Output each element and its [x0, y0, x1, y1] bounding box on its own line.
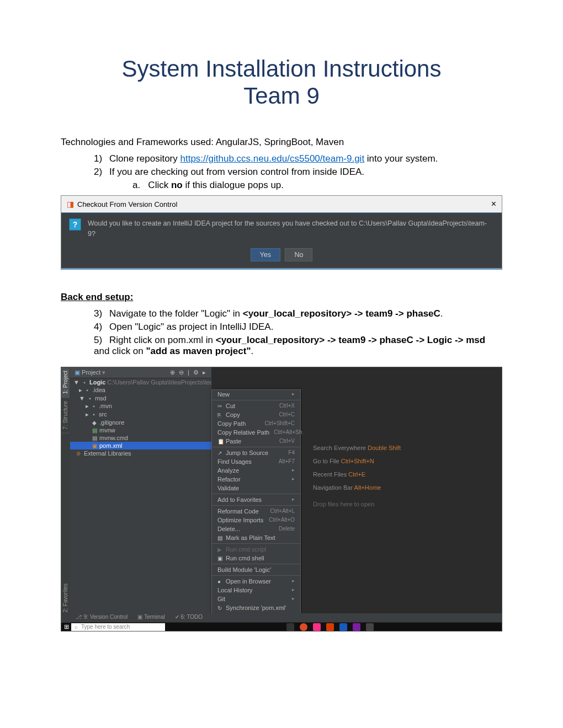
- taskbar-search[interactable]: ⌕Type here to search: [71, 623, 165, 631]
- menu-icon: ⎘: [217, 412, 224, 418]
- menu-icon: ▣: [217, 555, 224, 561]
- menu-item[interactable]: Refactor▸: [212, 475, 300, 484]
- tech-line: Technologies and Frameworks used: Angula…: [61, 137, 502, 148]
- tree-mvnw[interactable]: ▤mvnw: [70, 426, 211, 434]
- taskbar-app-icon[interactable]: [286, 623, 294, 631]
- tree-pom[interactable]: ▣pom.xml: [70, 442, 211, 449]
- menu-item: ▶Run cmd script: [212, 545, 300, 554]
- menu-item[interactable]: Build Module 'Logic': [212, 565, 300, 574]
- menu-item[interactable]: ↻Synchronize 'pom.xml': [212, 603, 300, 612]
- folder-icon: ▪: [91, 411, 97, 417]
- question-icon: ?: [69, 218, 81, 231]
- rail-tab-structure[interactable]: 7: Structure: [61, 398, 70, 433]
- doc-title: System Installation Instructions: [61, 55, 502, 83]
- menu-item[interactable]: Find UsagesAlt+F7: [212, 457, 300, 466]
- menu-item[interactable]: Analyze▸: [212, 466, 300, 475]
- gitignore-icon: ◆: [91, 420, 98, 426]
- menu-item[interactable]: ✂CutCtrl+X: [212, 402, 300, 410]
- menu-item[interactable]: New▸: [212, 390, 300, 399]
- menu-item[interactable]: ⎘CopyCtrl+C: [212, 410, 300, 419]
- backend-heading: Back end setup:: [61, 292, 502, 303]
- tree-tools[interactable]: ⊕ ⊖ | ⚙ ▸: [170, 369, 207, 376]
- step-2a: a. Click no if this dialogue pops up.: [132, 180, 502, 191]
- tree-mvn[interactable]: ▸ ▪.mvn: [70, 402, 211, 410]
- rail-tab-project[interactable]: 1: Project: [61, 367, 70, 398]
- menu-item[interactable]: ●Open in Browser▸: [212, 577, 300, 586]
- tree-header: ▣ Project ▾ ⊕ ⊖ | ⚙ ▸: [70, 367, 211, 378]
- doc-subtitle: Team 9: [61, 83, 502, 109]
- search-icon: ⌕: [75, 624, 78, 630]
- tree-idea[interactable]: ▸ ▪.idea: [70, 386, 211, 394]
- menu-icon: ✂: [217, 403, 224, 409]
- tree-mvnwcmd[interactable]: ▤mvnw.cmd: [70, 434, 211, 442]
- menu-icon: 📋: [217, 438, 224, 445]
- bottom-toolbar: ⎇ 9: Version Control ▣ Terminal ✔ 6: TOD…: [70, 613, 502, 622]
- xml-icon: ▣: [91, 443, 98, 449]
- close-icon[interactable]: ×: [491, 199, 496, 209]
- file-icon: ▤: [91, 427, 98, 433]
- step-3: 3)Navigate to the folder "Logic" in <you…: [94, 308, 502, 319]
- menu-item[interactable]: 📋PasteCtrl+V: [212, 437, 300, 446]
- tree-header-icon: ▣: [75, 369, 80, 376]
- repo-link[interactable]: https://github.ccs.neu.edu/cs5500/team-9…: [180, 153, 365, 164]
- project-tree: ▣ Project ▾ ⊕ ⊖ | ⚙ ▸ ▼ ▪Logic C:\Users\…: [70, 367, 211, 613]
- menu-icon: ↗: [217, 450, 224, 456]
- menu-icon: ▶: [217, 547, 224, 553]
- library-icon: ⊪: [76, 451, 82, 457]
- bottom-tab-terminal[interactable]: ▣ Terminal: [137, 614, 164, 622]
- tree-gitignore[interactable]: ◆.gitignore: [70, 419, 211, 426]
- tree-msd[interactable]: ▼ ▪msd: [70, 394, 211, 402]
- step-2: 2)If you are checking out from version c…: [94, 167, 502, 178]
- intellij-icon: ◨: [67, 200, 74, 208]
- step-1: 1)Clone repository https://github.ccs.ne…: [94, 153, 502, 164]
- tree-src[interactable]: ▸ ▪src: [70, 410, 211, 419]
- taskbar-app-icon[interactable]: [339, 623, 347, 631]
- file-icon: ▤: [91, 435, 98, 441]
- windows-start-icon[interactable]: ⊞: [61, 623, 71, 631]
- vcs-dialog: ◨ Checkout From Version Control × ? Woul…: [61, 195, 502, 270]
- menu-item[interactable]: Copy PathCtrl+Shift+C: [212, 419, 300, 428]
- windows-taskbar: ⊞ ⌕Type here to search: [61, 623, 502, 631]
- taskbar-app-icon[interactable]: [353, 623, 360, 631]
- menu-icon: ↻: [217, 605, 224, 611]
- dialog-message: Would you like to create an IntelliJ IDE…: [88, 218, 494, 239]
- folder-icon: ▪: [84, 387, 91, 393]
- menu-icon: ▤: [217, 535, 224, 541]
- taskbar-app-icon[interactable]: [366, 623, 374, 631]
- menu-icon: ●: [217, 579, 224, 585]
- module-icon: ▪: [81, 379, 88, 386]
- step-4: 4)Open "Logic" as project in IntelliJ ID…: [94, 322, 502, 333]
- menu-item[interactable]: ↗Jump to SourceF4: [212, 448, 300, 457]
- folder-icon: ▪: [91, 403, 97, 409]
- menu-item[interactable]: Local History▸: [212, 586, 300, 595]
- menu-item[interactable]: Reformat CodeCtrl+Alt+L: [212, 507, 300, 516]
- menu-item[interactable]: Copy Relative PathCtrl+Alt+Shift+C: [212, 428, 300, 437]
- tree-extlib[interactable]: ⊪External Libraries: [70, 449, 211, 457]
- menu-item[interactable]: Optimize ImportsCtrl+Alt+O: [212, 516, 300, 524]
- drop-zone[interactable]: Drop files here to open: [313, 501, 491, 507]
- rail-tab-favorites[interactable]: 2: Favorites: [61, 581, 70, 614]
- taskbar-app-icon[interactable]: [300, 623, 307, 631]
- bottom-tab-vcs[interactable]: ⎇ 9: Version Control: [76, 614, 128, 622]
- editor-empty-state: Search Everywhere Double Shift Go to Fil…: [302, 367, 502, 613]
- no-button[interactable]: No: [285, 248, 312, 261]
- menu-item[interactable]: Git▸: [212, 595, 300, 603]
- folder-icon: ▪: [87, 395, 93, 402]
- ide-screenshot: 1: Project 7: Structure ▣ Project ▾ ⊕ ⊖ …: [61, 367, 502, 631]
- menu-item[interactable]: Validate: [212, 484, 300, 493]
- bottom-tab-todo[interactable]: ✔ 6: TODO: [175, 614, 203, 622]
- menu-item[interactable]: ▣Run cmd shell: [212, 554, 300, 563]
- dialog-title: Checkout From Version Control: [77, 200, 491, 208]
- menu-item[interactable]: ▤Mark as Plain Text: [212, 533, 300, 542]
- yes-button[interactable]: Yes: [251, 248, 280, 261]
- taskbar-app-icon[interactable]: [313, 623, 321, 631]
- taskbar-app-icon[interactable]: [326, 623, 334, 631]
- menu-item[interactable]: Add to Favorites▸: [212, 495, 300, 504]
- context-menu: New▸✂CutCtrl+X⎘CopyCtrl+CCopy PathCtrl+S…: [211, 389, 301, 631]
- step-5: 5)Right click on pom.xml in <your_local_…: [94, 335, 502, 357]
- menu-item[interactable]: Delete...Delete: [212, 524, 300, 533]
- tree-root[interactable]: ▼ ▪Logic C:\Users\Pallav Gupta\IdeaProje…: [70, 378, 211, 386]
